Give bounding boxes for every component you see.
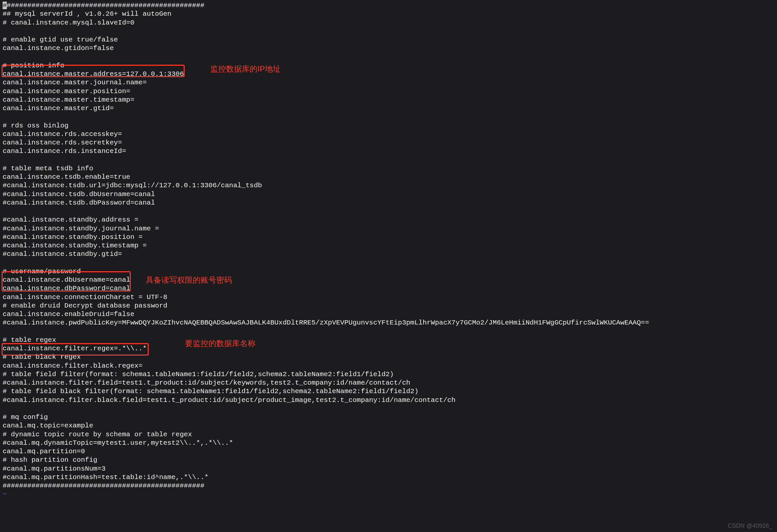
config-line: # canal.instance.mysql.slaveId=0 (3, 19, 774, 27)
config-line: # table black regex (3, 353, 774, 361)
config-line: # mq config (3, 413, 774, 422)
config-line: #canal.instance.tsdb.dbPassword=canal (3, 199, 774, 207)
config-line: #canal.instance.tsdb.dbUsername=canal (3, 190, 774, 199)
config-line: canal.instance.gtidon=false (3, 44, 774, 52)
config-line: canal.instance.tsdb.enable=true (3, 173, 774, 181)
config-line: ########################################… (3, 1, 774, 10)
config-line: # dynamic topic route by schema or table… (3, 430, 774, 439)
config-line: #canal.instance.standby.timestamp = (3, 241, 774, 250)
config-line: canal.instance.dbPassword=canal (3, 284, 774, 293)
config-line: # position info (3, 62, 774, 70)
config-line: canal.instance.rds.accesskey= (3, 130, 774, 138)
vim-tilde-line: ~ (3, 490, 774, 499)
config-line: # username/password (3, 267, 774, 276)
config-line: canal.instance.master.address=127.0.0.1:… (3, 70, 774, 79)
config-line: canal.instance.master.gtid= (3, 104, 774, 113)
config-line: # hash partition config (3, 456, 774, 464)
config-line: # rds oss binlog (3, 122, 774, 130)
watermark: CSDN @40926_ (728, 522, 772, 530)
config-line: canal.instance.filter.black.regex= (3, 362, 774, 370)
config-line: canal.mq.partition=0 (3, 447, 774, 456)
config-line (3, 53, 774, 62)
config-line (3, 156, 774, 165)
config-line: canal.instance.enableDruid=false (3, 310, 774, 319)
config-line: canal.instance.master.journal.name= (3, 79, 774, 87)
config-line: #canal.instance.standby.position = (3, 233, 774, 241)
config-line: #canal.instance.filter.black.field=test1… (3, 396, 774, 405)
config-line: #canal.instance.standby.gtid= (3, 250, 774, 258)
config-line: #canal.instance.standby.address = (3, 216, 774, 224)
config-line: #canal.instance.standby.journal.name = (3, 224, 774, 233)
config-line: canal.mq.topic=example (3, 422, 774, 430)
config-line: #canal.instance.tsdb.url=jdbc:mysql://12… (3, 181, 774, 190)
config-line: canal.instance.connectionCharset = UTF-8 (3, 293, 774, 302)
config-line: canal.instance.rds.instanceId= (3, 147, 774, 155)
config-line: # table field black filter(format: schem… (3, 387, 774, 396)
config-line: #canal.instance.pwdPublicKey=MFwwDQYJKoZ… (3, 319, 774, 327)
config-line: canal.instance.filter.regex=.*\\..* (3, 344, 774, 353)
config-line (3, 405, 774, 413)
config-line: #canal.mq.partitionHash=test.table:id^na… (3, 473, 774, 482)
config-line: ## mysql serverId , v1.0.26+ will autoGe… (3, 10, 774, 18)
cursor: # (3, 2, 7, 9)
config-line: # table field filter(format: schema1.tab… (3, 370, 774, 379)
config-line: # enable gtid use true/false (3, 36, 774, 44)
config-line: canal.instance.master.position= (3, 87, 774, 96)
config-line (3, 113, 774, 121)
config-file-view[interactable]: ########################################… (3, 1, 774, 499)
config-line: #canal.mq.dynamicTopic=mytest1.user,myte… (3, 439, 774, 447)
config-line (3, 327, 774, 336)
config-line: # table meta tsdb info (3, 165, 774, 173)
config-line: #canal.mq.partitionsNum=3 (3, 465, 774, 473)
config-line (3, 259, 774, 267)
config-line (3, 27, 774, 36)
config-line: #canal.instance.filter.field=test1.t_pro… (3, 379, 774, 387)
config-line: ########################################… (3, 482, 774, 490)
config-line: canal.instance.dbUsername=canal (3, 276, 774, 284)
config-line: canal.instance.master.timestamp= (3, 96, 774, 104)
config-line: canal.instance.rds.secretkey= (3, 138, 774, 147)
config-line: # table regex (3, 336, 774, 344)
config-line: # enable druid Decrypt database password (3, 302, 774, 310)
config-line (3, 207, 774, 216)
